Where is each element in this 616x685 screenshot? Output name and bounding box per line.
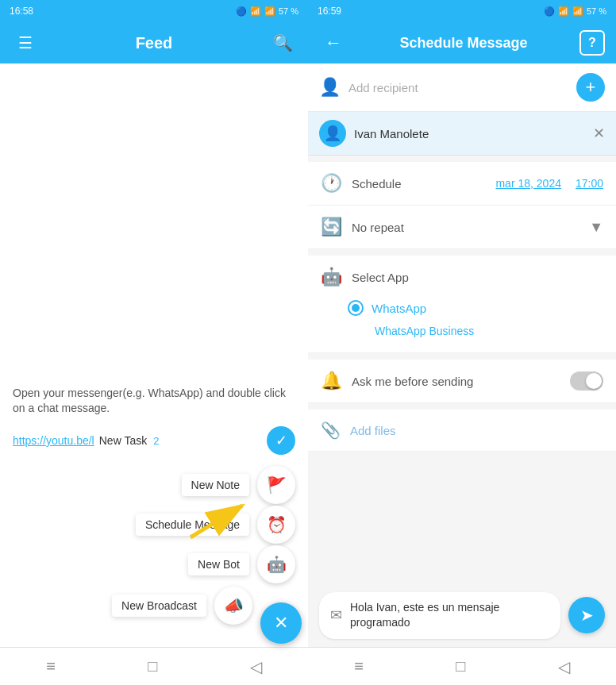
repeat-label: No repeat [352,221,579,234]
right-nav-home-icon[interactable]: □ [456,657,465,675]
left-time: 16:58 [10,6,33,17]
add-recipient-row: 👤 Add recipient + [308,63,616,112]
ask-section: 🔔 Ask me before sending [308,360,616,403]
whatsapp-business-label: WhatsApp Business [375,325,474,337]
ask-label: Ask me before sending [352,375,560,388]
recipient-chip: 👤 Ivan Manolete ✕ [308,112,616,156]
radio-dot [352,304,360,312]
select-app-label: Select App [352,271,409,284]
left-status-icons: 🔵 📶 📶 57 % [236,6,298,17]
recipient-avatar: 👤 [319,120,346,147]
left-title: Feed [136,34,173,52]
messenger-instruction: Open your messenger(e.g. WhatsApp) and d… [13,386,295,417]
repeat-dropdown-icon[interactable]: ▼ [589,219,603,236]
message-text[interactable]: Hola Ivan, este es un mensaje programado [350,600,549,631]
task-row: https://youtu.be/l New Task 2 ✓ [13,426,295,455]
schedule-icon: 🕐 [321,173,342,194]
menu-button[interactable]: ☰ [11,29,40,57]
schedule-message-button[interactable]: ⏰ [257,506,295,544]
right-time: 16:59 [318,6,341,17]
repeat-icon: 🔄 [321,217,342,237]
toggle-thumb [586,373,602,389]
whatsapp-radio [348,300,364,316]
fab-close-button[interactable]: ✕ [260,602,302,644]
right-content: 👤 Add recipient + 👤 Ivan Manolete ✕ 🕐 Sc… [308,63,616,647]
new-task-label: New Task [99,434,147,447]
paperclip-icon: 📎 [321,421,341,440]
right-status-icons: 🔵 📶 📶 57 % [544,6,606,17]
send-button[interactable]: ➤ [568,597,605,633]
schedule-time[interactable]: 17:00 [576,177,603,190]
ask-toggle[interactable] [570,371,603,391]
schedule-label: Schedule [352,177,486,190]
right-title: Schedule Message [399,35,527,52]
right-status-bar: 16:59 🔵 📶 📶 57 % [308,0,616,22]
whatsapp-option[interactable]: WhatsApp [321,295,603,321]
spacer [308,452,616,584]
new-note-button[interactable]: 🚩 [257,466,295,504]
whatsapp-label: WhatsApp [372,302,426,315]
right-top-bar: ← Schedule Message ? [308,22,616,63]
bell-icon: 🔔 [321,371,342,391]
remove-recipient-button[interactable]: ✕ [593,125,605,142]
search-button[interactable]: 🔍 [268,29,297,57]
task-badge: 2 [153,435,159,447]
add-files-label[interactable]: Add files [350,424,396,437]
svg-line-1 [191,506,242,537]
left-bottom-nav: ≡ □ ◁ [0,647,308,685]
select-app-section: 🤖 Select App WhatsApp WhatsApp Business [308,256,616,353]
select-app-icon: 🤖 [321,267,342,287]
new-broadcast-label: New Broadcast [112,595,206,617]
left-panel: 16:58 🔵 📶 📶 57 % ☰ Feed 🔍 Open your mess… [0,0,308,685]
schedule-row: 🕐 Schedule mar 18, 2024 17:00 [308,162,616,206]
new-bot-label: New Bot [188,553,249,575]
message-bubble: ✉ Hola Ivan, este es un mensaje programa… [319,592,560,639]
message-area: ✉ Hola Ivan, este es un mensaje programa… [308,584,616,647]
left-content-area: Open your messenger(e.g. WhatsApp) and d… [0,63,308,647]
no-repeat-row: 🔄 No repeat ▼ [308,206,616,249]
add-recipient-button[interactable]: + [576,73,605,102]
left-nav-menu-icon[interactable]: ≡ [46,657,56,675]
help-button[interactable]: ? [579,30,605,56]
select-app-header: 🤖 Select App [321,267,603,287]
right-bottom-nav: ≡ □ ◁ [308,647,616,685]
right-panel: 16:59 🔵 📶 📶 57 % ← Schedule Message ? 👤 … [308,0,616,685]
right-nav-back-icon[interactable]: ◁ [558,657,570,676]
new-task-button[interactable]: ✓ [267,426,295,455]
new-broadcast-row: New Broadcast 📣 [112,587,252,625]
left-nav-home-icon[interactable]: □ [148,657,157,675]
youtube-link[interactable]: https://youtu.be/l [13,434,94,447]
yellow-arrow [183,490,254,545]
back-button[interactable]: ← [319,29,348,57]
add-recipient-icon: 👤 [319,77,341,98]
whatsapp-business-option[interactable]: WhatsApp Business [321,321,603,341]
add-files-section: 📎 Add files [308,410,616,452]
left-top-bar: ☰ Feed 🔍 [0,22,308,63]
right-nav-menu-icon[interactable]: ≡ [354,657,364,675]
left-nav-back-icon[interactable]: ◁ [250,657,262,676]
new-broadcast-button[interactable]: 📣 [214,587,252,625]
recipient-placeholder[interactable]: Add recipient [348,81,568,94]
recipient-name: Ivan Manolete [354,127,585,140]
envelope-icon: ✉ [330,606,342,624]
new-bot-row: New Bot 🤖 [188,545,295,583]
new-bot-button[interactable]: 🤖 [257,545,295,583]
left-status-bar: 16:58 🔵 📶 📶 57 % [0,0,308,22]
schedule-date[interactable]: mar 18, 2024 [495,177,561,190]
